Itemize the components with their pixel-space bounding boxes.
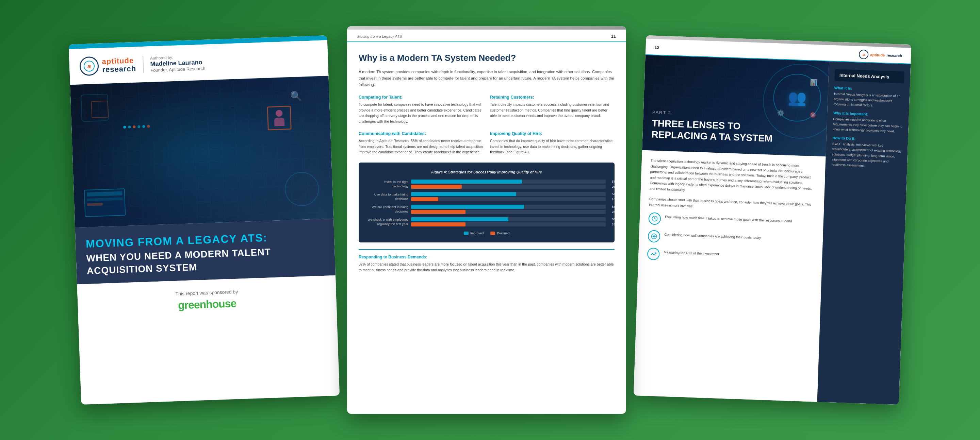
aptitude-logo: a aptitude research — [79, 55, 137, 76]
chart-bar-row-4: We check in with employees regularly the… — [368, 217, 606, 226]
page2-two-columns: Competing for Talent: To compete for tal… — [359, 95, 614, 156]
bar-group-2: 54 14 — [411, 192, 606, 201]
assessment-text-1: Evaluating how much time it takes to ach… — [665, 213, 792, 224]
header-divider — [143, 56, 144, 73]
col-quality: Improving Quality of Hire: Companies tha… — [490, 131, 614, 155]
bar-pct-improved-1: 57 — [612, 180, 615, 183]
bar-group-4: 50 28 — [411, 217, 606, 226]
deco-magnifier: 🔍 — [290, 91, 302, 102]
logo-research: research — [102, 65, 137, 74]
title-section: MOVING FROM A LEGACY ATS: WHEN YOU NEED … — [75, 219, 336, 284]
bottom-text: 82% of companies stated that business le… — [359, 262, 614, 273]
bar-pct-declined-4: 28 — [612, 223, 615, 226]
chart-legend: Improved Declined — [368, 231, 606, 235]
bar-fill-improved-1 — [411, 179, 522, 184]
person-body — [274, 118, 285, 127]
col-text-competing: To compete for talent, companies need to… — [359, 102, 483, 124]
chart-bar-row-2: Use data to make hiring decisions 54 14 — [368, 192, 606, 201]
assessment-icon-2 — [648, 230, 660, 243]
bar-track-improved-3: 58 — [411, 205, 606, 209]
page3-logo-aptitude: aptitude — [870, 53, 885, 57]
page2-subtitle: Moving from a Legacy ATS — [357, 34, 402, 38]
hero-shield-icon: 🛡 — [779, 77, 785, 84]
bar-pct-declined-2: 14 — [612, 197, 615, 201]
tech-dot — [147, 125, 150, 127]
page3-hero: 👥 📊 ⚙️ 🛡 🎯 PART 2: THREE LENSES TO REPLA… — [642, 55, 829, 157]
bar-fill-declined-3 — [411, 210, 466, 214]
sidebar-heading: Internal Needs Analysis — [834, 69, 904, 83]
bar-fill-declined-1 — [411, 185, 462, 189]
sponsor-section: This report was sponsored by greenhouse — [77, 275, 337, 326]
bar-fill-improved-4 — [411, 217, 508, 221]
bar-pct-improved-3: 58 — [612, 205, 615, 208]
page3-logo-circle: a — [859, 50, 869, 59]
assessment-item-2: Considering how well companies are achie… — [648, 230, 814, 248]
cover-hero-image: 🔍 — [70, 76, 334, 227]
bar-track-declined-2: 14 — [411, 197, 606, 201]
page2-intro: A modern TA system provides companies wi… — [359, 69, 614, 88]
page3-left-body: The talent acquisition technology market… — [633, 150, 826, 402]
tech-dot — [128, 125, 130, 128]
logo-letter: a — [83, 60, 95, 72]
bar-label-3: We are confident in hiring decisions — [368, 205, 408, 214]
assessment-list: Evaluating how much time it takes to ach… — [647, 212, 815, 265]
monitor-bar — [87, 203, 103, 206]
page3-sidebar: Internal Needs Analysis What It Is: Inte… — [817, 62, 911, 405]
deco-rect-2 — [91, 101, 109, 118]
bar-group-3: 58 28 — [411, 205, 606, 214]
page3-left-column: 👥 📊 ⚙️ 🛡 🎯 PART 2: THREE LENSES TO REPLA… — [633, 55, 829, 402]
bar-fill-improved-2 — [411, 192, 516, 196]
svg-point-1 — [651, 234, 657, 239]
legend-box-declined — [490, 232, 495, 235]
monitor-bar — [87, 197, 123, 201]
sidebar-content-3: SWOT analysis, interviews with key stake… — [832, 141, 902, 169]
bar-track-improved-2: 54 — [411, 192, 606, 196]
page2-main-heading: Why is a Modern TA System Needed? — [359, 52, 614, 64]
page3-body-text-2: Companies should start with their busine… — [649, 196, 815, 213]
sidebar-content-2: Companies need to understand what requir… — [833, 116, 902, 134]
assessment-text-2: Considering how well companies are achie… — [664, 230, 761, 240]
person-head — [275, 110, 283, 117]
chart-title-fig: Figure 4: — [431, 170, 447, 174]
person-icon — [274, 110, 285, 127]
page-cover: a aptitude research Authored by: Madelin… — [69, 35, 340, 405]
monitor-bar — [87, 191, 122, 197]
assessment-icon-1 — [648, 212, 661, 225]
chart-bar-row-1: Invest in the right technology 57 26 — [368, 179, 606, 189]
col-competing: Competing for Talent: To compete for tal… — [359, 95, 483, 124]
page2-content: Why is a Modern TA System Needed? A mode… — [347, 42, 626, 283]
bar-pct-improved-4: 50 — [612, 218, 615, 221]
page2-bottom: Responding to Business Demands: 82% of c… — [359, 249, 614, 273]
bar-pct-improved-2: 54 — [612, 192, 615, 196]
bar-pct-declined-1: 26 — [612, 185, 615, 188]
col-heading-quality: Improving Quality of Hire: — [490, 131, 614, 136]
assessment-text-3: Measuring the ROI of the investment — [663, 248, 719, 257]
page-content-1: Moving from a Legacy ATS 11 Why is a Mod… — [347, 26, 626, 414]
bar-pct-declined-3: 28 — [612, 210, 615, 214]
page3-content: 👥 📊 ⚙️ 🛡 🎯 PART 2: THREE LENSES TO REPLA… — [633, 55, 911, 405]
hero-icon-group: 👥 📊 ⚙️ 🛡 🎯 — [788, 88, 807, 107]
bar-label-4: We check in with employees regularly the… — [368, 218, 408, 226]
logo-text: aptitude research — [102, 56, 136, 74]
bar-track-declined-1: 26 — [411, 185, 606, 189]
bar-label-1: Invest in the right technology — [368, 180, 408, 188]
page2-header: Moving from a Legacy ATS 11 — [347, 30, 626, 42]
bar-fill-improved-3 — [411, 205, 524, 209]
hero-chart-icon: 📊 — [810, 79, 818, 86]
page2-number: 11 — [611, 34, 616, 39]
legend-declined: Declined — [490, 231, 509, 235]
pages-container: a aptitude research Authored by: Madelin… — [54, 6, 926, 434]
chart-title-sub: Strategies for Successfully Improving Qu… — [448, 170, 542, 174]
sidebar-content-1: Internal Needs Analysis is an exploratio… — [834, 91, 904, 109]
bar-fill-declined-4 — [411, 222, 466, 226]
tech-dot — [142, 125, 145, 128]
col-heading-communicating: Communicating with Candidates: — [359, 131, 483, 136]
page-content-2: 12 a aptitude research 👥 📊 ⚙️ � — [633, 35, 912, 405]
sidebar-section-2: Why It Is Important: Companies need to u… — [833, 111, 903, 134]
chart-title: Figure 4: Strategies for Successfully Im… — [368, 170, 606, 174]
bottom-heading: Responding to Business Demands: — [359, 255, 614, 259]
bar-track-declined-4: 28 — [411, 222, 606, 226]
author-info: Authored by: Madeline Laurano Founder, A… — [150, 53, 205, 73]
page3-number: 12 — [654, 44, 659, 50]
chart-bar-row-3: We are confident in hiring decisions 58 … — [368, 205, 606, 214]
